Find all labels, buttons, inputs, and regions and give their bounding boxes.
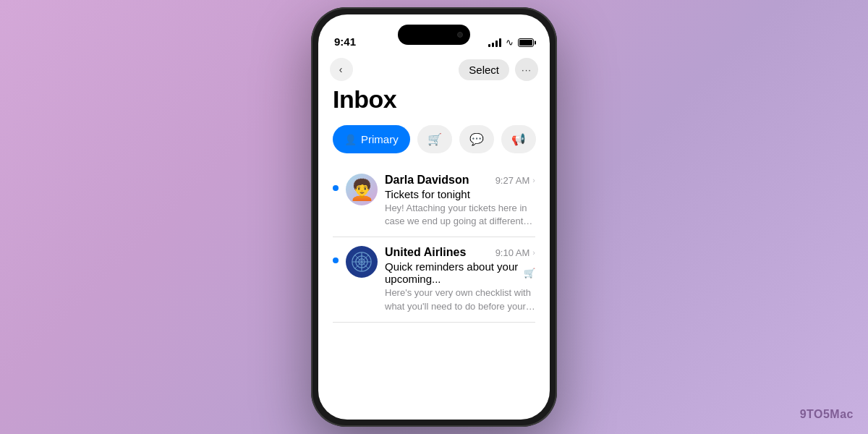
background: 9:41 ∿ ‹ (311, 7, 557, 427)
email-time-2: 9:10 AM (495, 247, 530, 258)
megaphone-icon: 📢 (511, 132, 526, 146)
tab-primary[interactable]: 👤 Primary (333, 125, 410, 153)
watermark: 9TO5Mac (800, 408, 854, 421)
avatar-emoji-darla: 🧑‍🦱 (349, 178, 375, 202)
nav-bar: ‹ Select ··· (318, 54, 550, 85)
tab-shopping[interactable]: 🛒 (417, 125, 452, 153)
unread-dot-2 (333, 258, 339, 263)
sender-name-1: Darla Davidson (385, 174, 469, 187)
email-item-1[interactable]: 🧑‍🦱 Darla Davidson 9:27 AM › (333, 165, 535, 237)
signal-icon (488, 38, 501, 47)
content-area: Inbox 👤 Primary 🛒 💬 📢 (318, 85, 550, 323)
chat-icon: 💬 (469, 132, 484, 146)
email-content-2: United Airlines 9:10 AM › Quick reminder… (385, 246, 535, 312)
back-chevron-icon: ‹ (339, 64, 343, 75)
tab-social[interactable]: 💬 (459, 125, 494, 153)
subject-text-2: Quick reminders about your upcoming... (385, 260, 519, 285)
email-meta-1: 9:27 AM › (495, 175, 535, 186)
email-header-1: Darla Davidson 9:27 AM › (385, 174, 535, 187)
shopping-cart-icon: 🛒 (427, 132, 442, 146)
ellipsis-icon: ··· (522, 64, 532, 75)
email-content-1: Darla Davidson 9:27 AM › Tickets for ton… (385, 174, 535, 228)
nav-right: Select ··· (459, 58, 538, 81)
wifi-icon: ∿ (506, 37, 514, 48)
shopping-badge-icon: 🛒 (524, 268, 535, 278)
email-header-2: United Airlines 9:10 AM › (385, 246, 535, 259)
camera-dot (457, 32, 463, 38)
united-logo-svg (349, 249, 375, 275)
inbox-title: Inbox (333, 85, 535, 114)
email-subject-1: Tickets for tonight (385, 188, 535, 200)
back-button[interactable]: ‹ (330, 58, 353, 81)
email-preview-2: Here's your very own checklist with what… (385, 286, 535, 312)
tab-promos[interactable]: 📢 (501, 125, 536, 153)
status-time: 9:41 (334, 35, 356, 49)
chevron-right-2: › (532, 248, 535, 257)
chevron-right-1: › (532, 176, 535, 184)
email-meta-2: 9:10 AM › (495, 247, 535, 258)
more-button[interactable]: ··· (515, 58, 538, 81)
email-preview-1: Hey! Attaching your tickets here in case… (385, 202, 535, 228)
email-time-1: 9:27 AM (495, 175, 530, 186)
status-icons: ∿ (488, 37, 534, 49)
dynamic-island (398, 25, 470, 45)
select-button[interactable]: Select (459, 59, 509, 80)
email-subject-2: Quick reminders about your upcoming... 🛒 (385, 260, 535, 285)
person-icon: 👤 (344, 134, 357, 145)
email-list: 🧑‍🦱 Darla Davidson 9:27 AM › (333, 165, 535, 323)
avatar-united (346, 246, 378, 278)
battery-icon (518, 38, 534, 47)
unread-dot-1 (333, 185, 339, 191)
phone-wrapper: 9:41 ∿ ‹ (311, 7, 557, 427)
tabs-row: 👤 Primary 🛒 💬 📢 (333, 125, 535, 153)
sender-name-2: United Airlines (385, 246, 466, 259)
tab-primary-label: Primary (361, 133, 399, 145)
phone-screen: 9:41 ∿ ‹ (318, 14, 550, 420)
email-item-2[interactable]: United Airlines 9:10 AM › Quick reminder… (333, 237, 535, 322)
subject-text-1: Tickets for tonight (385, 188, 470, 200)
avatar-darla: 🧑‍🦱 (346, 174, 378, 205)
